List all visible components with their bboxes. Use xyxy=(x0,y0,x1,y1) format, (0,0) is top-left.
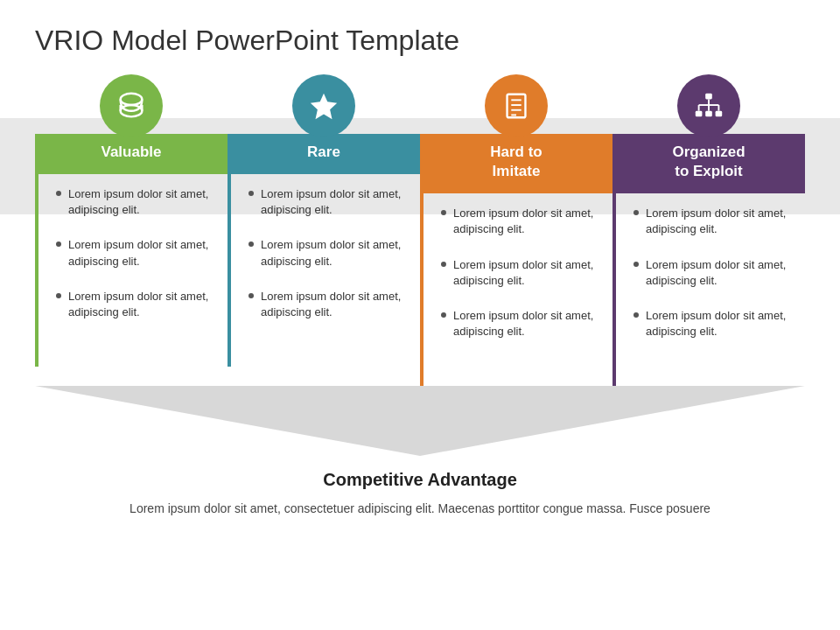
page-title: VRIO Model PowerPoint Template xyxy=(0,0,840,74)
svg-rect-12 xyxy=(705,111,712,117)
svg-rect-13 xyxy=(716,111,723,117)
bullet-dot xyxy=(441,312,446,318)
bottom-section: Competitive Advantage Lorem ipsum dolor … xyxy=(0,456,840,518)
coins-icon xyxy=(115,89,148,122)
bullet-dot xyxy=(634,210,639,215)
list-item: Lorem ipsum dolor sit amet, adipiscing e… xyxy=(56,289,214,320)
bullet-dot xyxy=(441,262,446,267)
bullet-dot xyxy=(248,191,254,196)
list-item: Lorem ipsum dolor sit amet, adipiscing e… xyxy=(441,257,598,289)
arrow-container xyxy=(35,386,805,456)
rare-header: Rare xyxy=(228,134,420,174)
column-hard-to-imitate: Hard toImitate Lorem ipsum dolor sit ame… xyxy=(420,74,612,386)
competitive-advantage-body: Lorem ipsum dolor sit amet, consectetuer… xyxy=(52,499,788,518)
list-item: Lorem ipsum dolor sit amet, adipiscing e… xyxy=(56,237,214,269)
bullet-dot xyxy=(56,293,61,298)
bullet-dot xyxy=(56,242,61,247)
list-item: Lorem ipsum dolor sit amet, adipiscing e… xyxy=(56,186,214,218)
list-item: Lorem ipsum dolor sit amet, adipiscing e… xyxy=(634,206,791,237)
list-item: Lorem ipsum dolor sit amet, adipiscing e… xyxy=(248,186,406,218)
hard-to-imitate-body: Lorem ipsum dolor sit amet, adipiscing e… xyxy=(420,193,612,386)
list-item: Lorem ipsum dolor sit amet, adipiscing e… xyxy=(441,308,598,340)
list-item: Lorem ipsum dolor sit amet, adipiscing e… xyxy=(634,308,791,340)
svg-rect-10 xyxy=(705,94,712,100)
bullet-dot xyxy=(634,262,639,267)
hard-to-imitate-icon-circle xyxy=(485,74,548,137)
bullet-dot xyxy=(56,191,61,196)
list-item: Lorem ipsum dolor sit amet, adipiscing e… xyxy=(634,257,791,289)
rare-body: Lorem ipsum dolor sit amet, adipiscing e… xyxy=(228,174,420,367)
bullet-dot xyxy=(634,312,639,318)
valuable-icon-circle xyxy=(100,74,163,137)
list-icon xyxy=(500,89,533,122)
bullet-dot xyxy=(441,210,446,215)
svg-point-0 xyxy=(121,94,143,105)
svg-marker-19 xyxy=(35,386,805,456)
org-chart-icon xyxy=(692,89,725,122)
hard-to-imitate-header: Hard toImitate xyxy=(420,134,612,193)
competitive-advantage-title: Competitive Advantage xyxy=(52,470,788,490)
list-item: Lorem ipsum dolor sit amet, adipiscing e… xyxy=(441,206,598,237)
rare-icon-circle xyxy=(292,74,355,137)
star-icon xyxy=(307,89,340,122)
column-rare: Rare Lorem ipsum dolor sit amet, adipisc… xyxy=(228,74,420,386)
valuable-header: Valuable xyxy=(35,134,228,174)
bullet-dot xyxy=(248,293,254,298)
column-organized-to-exploit: Organizedto Exploit Lorem ipsum dolor si… xyxy=(612,74,805,386)
organized-header: Organizedto Exploit xyxy=(612,134,805,193)
valuable-body: Lorem ipsum dolor sit amet, adipiscing e… xyxy=(35,174,228,367)
list-item: Lorem ipsum dolor sit amet, adipiscing e… xyxy=(248,237,406,269)
svg-marker-4 xyxy=(311,94,337,119)
list-item: Lorem ipsum dolor sit amet, adipiscing e… xyxy=(248,289,406,320)
arrow-shape xyxy=(35,386,805,456)
column-valuable: Valuable Lorem ipsum dolor sit amet, adi… xyxy=(35,74,228,386)
columns-wrapper: Valuable Lorem ipsum dolor sit amet, adi… xyxy=(35,74,805,386)
svg-rect-11 xyxy=(696,111,703,117)
organized-icon-circle xyxy=(677,74,740,137)
bullet-dot xyxy=(248,242,254,247)
organized-body: Lorem ipsum dolor sit amet, adipiscing e… xyxy=(612,193,805,386)
